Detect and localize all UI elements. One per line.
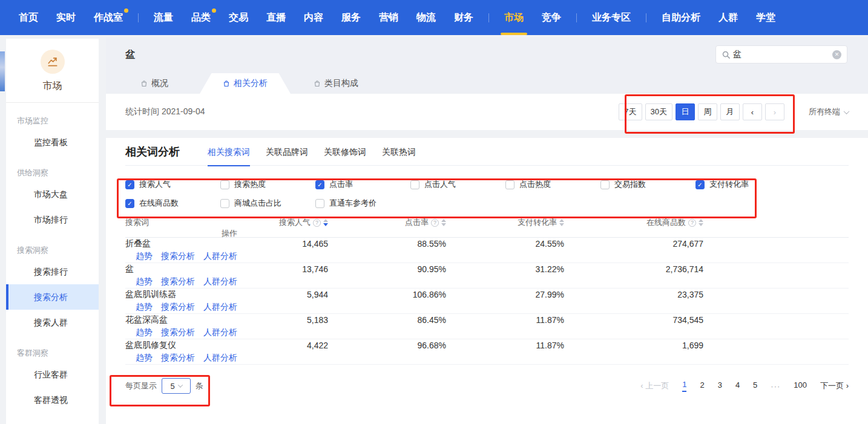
audience-analysis-link[interactable]: 人群分析 bbox=[203, 302, 237, 313]
nav-item-home[interactable]: 首页 bbox=[10, 0, 47, 35]
prev-page-button[interactable]: ‹ 上一页 bbox=[640, 380, 669, 391]
checkbox-icon: ✓ bbox=[125, 199, 134, 208]
info-icon[interactable]: ? bbox=[688, 219, 696, 227]
period-day-button[interactable]: 日 bbox=[676, 103, 695, 120]
nav-item-self-analysis[interactable]: 自助分析 bbox=[653, 0, 709, 35]
trend-link[interactable]: 趋势 bbox=[136, 353, 153, 364]
trend-link[interactable]: 趋势 bbox=[136, 327, 153, 338]
page-number-1[interactable]: 1 bbox=[682, 380, 686, 392]
nav-item-realtime[interactable]: 实时 bbox=[47, 0, 85, 35]
page-size-select[interactable]: 5 bbox=[162, 378, 191, 394]
sort-control[interactable] bbox=[559, 219, 564, 226]
sidebar-item-market-overview[interactable]: 市场大盘 bbox=[6, 181, 99, 207]
info-icon[interactable]: ? bbox=[431, 219, 439, 227]
period-week-button[interactable]: 周 bbox=[698, 103, 717, 120]
next-page-button[interactable]: 下一页 › bbox=[820, 380, 849, 391]
sidebar-item-audience-perspective[interactable]: 客群透视 bbox=[6, 387, 99, 413]
tab-related-search-words[interactable]: 相关搜索词 bbox=[208, 138, 250, 166]
date-next-button[interactable]: › bbox=[765, 103, 784, 120]
nav-item-competition[interactable]: 竞争 bbox=[533, 0, 570, 35]
trend-link[interactable]: 趋势 bbox=[136, 276, 153, 287]
online-products-cell: 274,677 bbox=[564, 239, 703, 249]
checkbox-pay-conversion[interactable]: ✓支付转化率 bbox=[695, 179, 791, 190]
search-analysis-link[interactable]: 搜索分析 bbox=[161, 276, 195, 287]
page-number-4[interactable]: 4 bbox=[735, 380, 740, 391]
tab-related-modifier-words[interactable]: 关联修饰词 bbox=[324, 138, 366, 166]
period-30d-button[interactable]: 30天 bbox=[645, 103, 672, 120]
search-input[interactable] bbox=[733, 46, 824, 63]
sidebar-item-market-ranking[interactable]: 市场排行 bbox=[6, 207, 99, 232]
search-analysis-link[interactable]: 搜索分析 bbox=[161, 353, 195, 364]
checkbox-click-popularity[interactable]: ✓点击人气 bbox=[410, 179, 505, 190]
close-icon[interactable]: ✕ bbox=[832, 50, 841, 59]
nav-item-live[interactable]: 直播 bbox=[257, 0, 295, 35]
tab-related-analysis[interactable]: 相关分析 bbox=[200, 73, 291, 94]
checkbox-search-heat[interactable]: ✓搜索热度 bbox=[220, 179, 315, 190]
nav-item-content[interactable]: 内容 bbox=[295, 0, 332, 35]
bag-icon bbox=[223, 80, 230, 87]
search-popularity-cell: 13,746 bbox=[237, 264, 328, 274]
nav-item-marketing[interactable]: 营销 bbox=[370, 0, 407, 35]
click-rate-cell: 96.68% bbox=[328, 341, 446, 350]
checkbox-online-products[interactable]: ✓在线商品数 bbox=[125, 198, 220, 209]
sidebar-item-search-ranking[interactable]: 搜索排行 bbox=[6, 259, 99, 284]
nav-item-traffic[interactable]: 流量 bbox=[145, 0, 182, 35]
chevron-down-icon bbox=[177, 382, 182, 387]
nav-item-category[interactable]: 品类 bbox=[182, 0, 220, 35]
checkbox-icon: ✓ bbox=[125, 180, 134, 189]
sidebar-item-monitor-board[interactable]: 监控看板 bbox=[6, 129, 99, 155]
sort-control[interactable] bbox=[441, 219, 446, 226]
page-number-3[interactable]: 3 bbox=[718, 380, 722, 391]
tab-category-composition[interactable]: 类目构成 bbox=[291, 73, 381, 94]
checkbox-search-popularity[interactable]: ✓搜索人气 bbox=[125, 179, 220, 190]
search-analysis-link[interactable]: 搜索分析 bbox=[161, 251, 195, 262]
nav-item-business-zone[interactable]: 业务专区 bbox=[583, 0, 640, 35]
search-icon bbox=[722, 50, 731, 59]
checkbox-mall-click-ratio[interactable]: ✓商城点击占比 bbox=[220, 198, 315, 209]
filter-band: 统计时间 2021-09-04 7天 30天 日 周 月 ‹ › 所有终端 bbox=[106, 94, 868, 130]
nav-item-audience[interactable]: 人群 bbox=[709, 0, 747, 35]
row-actions: 趋势 搜索分析 人群分析 bbox=[125, 353, 237, 364]
search-popularity-cell: 5,183 bbox=[237, 315, 328, 325]
checkbox-click-heat[interactable]: ✓点击热度 bbox=[505, 179, 600, 190]
audience-analysis-link[interactable]: 人群分析 bbox=[203, 276, 237, 287]
tab-related-hot-words[interactable]: 关联热词 bbox=[382, 138, 416, 166]
sidebar-item-industry-audience[interactable]: 行业客群 bbox=[6, 362, 99, 387]
page-number-5[interactable]: 5 bbox=[753, 380, 757, 391]
col-click-rate: 点击率 ? bbox=[328, 217, 446, 228]
trend-link[interactable]: 趋势 bbox=[136, 251, 153, 262]
checkbox-trade-index[interactable]: ✓交易指数 bbox=[600, 179, 695, 190]
page-number-2[interactable]: 2 bbox=[700, 380, 704, 391]
terminal-select[interactable]: 所有终端 bbox=[809, 106, 849, 117]
tab-related-brand-words[interactable]: 关联品牌词 bbox=[266, 138, 308, 166]
sort-control[interactable] bbox=[323, 219, 328, 226]
nav-item-market[interactable]: 市场 bbox=[495, 0, 533, 35]
sidebar-item-search-audience[interactable]: 搜索人群 bbox=[6, 310, 99, 335]
tab-overview[interactable]: 概况 bbox=[109, 73, 200, 94]
nav-item-trade[interactable]: 交易 bbox=[220, 0, 257, 35]
audience-analysis-link[interactable]: 人群分析 bbox=[203, 353, 237, 364]
period-month-button[interactable]: 月 bbox=[720, 103, 740, 120]
period-7d-button[interactable]: 7天 bbox=[619, 103, 642, 120]
section-header-market-monitor: 市场监控 bbox=[6, 115, 99, 127]
nav-item-logistics[interactable]: 物流 bbox=[407, 0, 445, 35]
trend-link[interactable]: 趋势 bbox=[136, 302, 153, 313]
sidebar-item-search-analysis[interactable]: 搜索分析 bbox=[6, 284, 99, 310]
audience-analysis-link[interactable]: 人群分析 bbox=[203, 327, 237, 338]
table-header: 搜索词 搜索人气 ? 点击率 ? 支付转化率 在线商品数 ? bbox=[125, 217, 849, 238]
sort-control[interactable] bbox=[699, 219, 703, 226]
audience-analysis-link[interactable]: 人群分析 bbox=[203, 251, 237, 262]
search-analysis-link[interactable]: 搜索分析 bbox=[161, 302, 195, 313]
checkbox-click-rate[interactable]: ✓点击率 bbox=[315, 179, 410, 190]
search-analysis-link[interactable]: 搜索分析 bbox=[161, 327, 195, 338]
nav-item-war-room[interactable]: 作战室 bbox=[85, 0, 132, 35]
pay-conversion-cell: 24.55% bbox=[446, 239, 564, 249]
nav-item-academy[interactable]: 学堂 bbox=[747, 0, 784, 35]
page-number-100[interactable]: 100 bbox=[794, 380, 807, 391]
date-prev-button[interactable]: ‹ bbox=[743, 103, 762, 120]
checkbox-express-train-price[interactable]: ✓直通车参考价 bbox=[315, 198, 410, 209]
keyword-searchbox: ✕ bbox=[715, 45, 847, 64]
info-icon[interactable]: ? bbox=[313, 219, 321, 227]
nav-item-finance[interactable]: 财务 bbox=[445, 0, 482, 35]
nav-item-service[interactable]: 服务 bbox=[332, 0, 370, 35]
